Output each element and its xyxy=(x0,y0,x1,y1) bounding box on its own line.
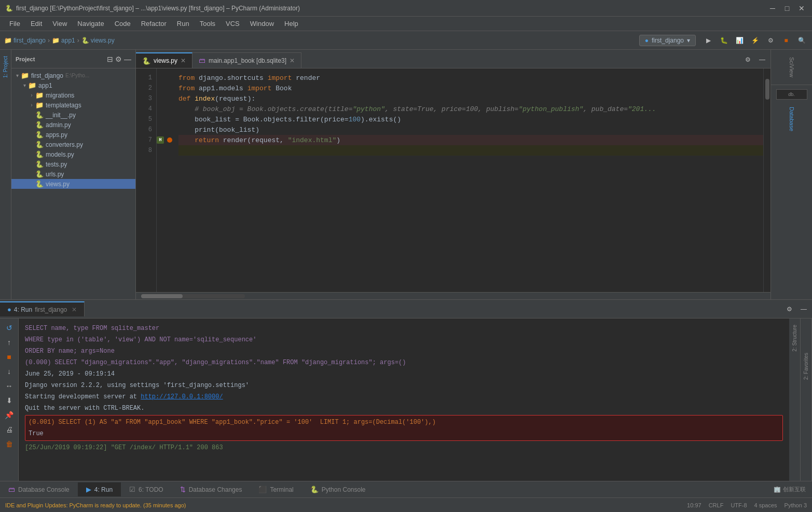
restart-run-button[interactable]: ↺ xyxy=(3,322,16,334)
tree-item-converters[interactable]: 🐍 converters.py xyxy=(11,140,135,149)
tree-item-apps[interactable]: 🐍 apps.py xyxy=(11,130,135,140)
tree-item-views[interactable]: 🐍 views.py xyxy=(11,179,135,189)
tab-db-sqlite[interactable]: 🗃 main.app1_book [db.sqlite3] ✕ xyxy=(192,52,301,68)
tree-item-app1[interactable]: ▾ 📁 app1 xyxy=(11,80,135,90)
menu-edit[interactable]: Edit xyxy=(25,18,47,30)
footer-tab-database-console[interactable]: 🗃 Database Console xyxy=(0,482,78,496)
py-file-icon: 🐍 xyxy=(81,37,89,44)
z-structure-tab[interactable]: 2: Structure xyxy=(790,321,799,356)
status-indent[interactable]: 4 spaces xyxy=(754,502,777,508)
footer-tab-run[interactable]: ▶ 4: Run xyxy=(78,482,121,496)
py-icon-models: 🐍 xyxy=(35,150,44,158)
tree-label-apps: apps.py xyxy=(46,131,67,139)
tab-close-views[interactable]: ✕ xyxy=(181,57,186,64)
sidebar-header: Project ⊟ ⚙ — xyxy=(11,50,135,68)
py-icon-urls: 🐍 xyxy=(35,170,44,178)
status-position[interactable]: 10:97 xyxy=(687,502,701,508)
server-link[interactable]: http://127.0.0.1:8000/ xyxy=(141,393,223,400)
wrap-output-button[interactable]: ↔ xyxy=(3,380,16,392)
project-tool-tab[interactable]: 1: Project xyxy=(1,52,10,82)
favorites-tab-2[interactable]: 2: Favorites xyxy=(802,350,810,383)
breadcrumb-folder[interactable]: 📁 app1 xyxy=(52,37,75,44)
menu-vcs[interactable]: VCS xyxy=(221,18,245,30)
run-tab-close[interactable]: ✕ xyxy=(72,306,77,313)
tree-item-tests[interactable]: 🐍 tests.py xyxy=(11,159,135,169)
database-tab[interactable]: Database xyxy=(787,102,797,136)
editor-scrollbar[interactable] xyxy=(763,68,770,292)
tree-item-root[interactable]: ▾ 📁 first_django E:\Pytho... xyxy=(11,71,135,80)
scroll-down-button[interactable]: ↓ xyxy=(3,365,16,378)
panel-minimize-icon[interactable]: — xyxy=(797,303,810,315)
footer-tab-todo[interactable]: ☑ 6: TODO xyxy=(121,482,172,496)
collapse-all-icon[interactable]: ⊟ xyxy=(107,55,113,63)
branding-icon: 🏢 xyxy=(774,486,781,493)
tree-item-init[interactable]: 🐍 __init__.py xyxy=(11,110,135,120)
menu-window[interactable]: Window xyxy=(245,18,279,30)
left-tool-strip: 1: Project xyxy=(0,50,11,299)
footer-tab-terminal[interactable]: ⬛ Terminal xyxy=(250,482,301,496)
panel-settings-icon[interactable]: ⚙ xyxy=(783,303,795,315)
console-line-8: Quit the server with CTRL-BREAK. xyxy=(25,403,783,414)
menu-file[interactable]: File xyxy=(4,18,25,30)
menu-navigate[interactable]: Navigate xyxy=(72,18,109,30)
tree-item-models[interactable]: 🐍 models.py xyxy=(11,149,135,159)
status-line-ending[interactable]: CRLF xyxy=(709,502,724,508)
editor-settings-icon[interactable]: ⚙ xyxy=(741,53,754,66)
footer-tab-label-terminal: Terminal xyxy=(270,486,293,493)
close-button[interactable]: ✕ xyxy=(796,3,807,13)
breadcrumb-file[interactable]: 🐍 views.py xyxy=(81,37,115,44)
code-editor[interactable]: 1 2 3 4 5 6 7 8 H xyxy=(136,68,770,292)
tab-close-db[interactable]: ✕ xyxy=(290,57,295,64)
line-numbers: 1 2 3 4 5 6 7 8 xyxy=(136,68,157,292)
editor-minimize-icon[interactable]: — xyxy=(756,53,768,66)
maximize-button[interactable]: □ xyxy=(782,3,792,13)
menu-tools[interactable]: Tools xyxy=(195,18,221,30)
console-line-7: Starting development server at http://12… xyxy=(25,391,783,403)
horizontal-scrollbar[interactable] xyxy=(136,292,770,299)
stop-run-button[interactable]: ■ xyxy=(3,351,16,363)
minimize-sidebar-icon[interactable]: — xyxy=(124,55,131,63)
settings-icon[interactable]: ⚙ xyxy=(115,55,122,63)
debug-button[interactable]: 🐛 xyxy=(718,34,730,47)
status-language[interactable]: Python 3 xyxy=(785,502,807,508)
menu-help[interactable]: Help xyxy=(279,18,304,30)
footer-tab-label-run: 4: Run xyxy=(94,486,113,493)
sciview-tab[interactable]: SciView xyxy=(787,52,797,82)
sort-output-button[interactable]: ⬇ xyxy=(3,394,16,407)
code-line-6: print(book_list) xyxy=(178,124,763,135)
tree-item-migrations[interactable]: › 📁 migrations xyxy=(11,90,135,100)
tab-views-py[interactable]: 🐍 views.py ✕ xyxy=(136,52,192,68)
minimize-button[interactable]: ─ xyxy=(767,3,778,13)
stop-button[interactable]: ■ xyxy=(780,34,792,47)
console-output[interactable]: SELECT name, type FROM sqlite_master WHE… xyxy=(19,319,789,481)
menu-code[interactable]: Code xyxy=(109,18,136,30)
clear-button[interactable]: 🗑 xyxy=(3,438,16,450)
footer-tab-python-console[interactable]: 🐍 Python Console xyxy=(302,482,374,496)
folder-icon-templatetags: 📁 xyxy=(35,101,44,109)
menu-view[interactable]: View xyxy=(47,18,72,30)
status-encoding[interactable]: UTF-8 xyxy=(731,502,747,508)
menu-run[interactable]: Run xyxy=(172,18,195,30)
settings-button[interactable]: ⚙ xyxy=(764,34,777,47)
pin-button[interactable]: 📌 xyxy=(3,409,16,421)
run-tab[interactable]: ● 4: Run first_django ✕ xyxy=(0,301,85,316)
console-line-6: Django version 2.2.2, using settings 'fi… xyxy=(25,380,783,391)
tree-item-urls[interactable]: 🐍 urls.py xyxy=(11,169,135,179)
db-mini-preview: db. xyxy=(776,89,807,100)
menu-refactor[interactable]: Refactor xyxy=(136,18,172,30)
tree-item-templatetags[interactable]: › 📁 templatetags xyxy=(11,100,135,110)
run-button[interactable]: ▶ xyxy=(702,34,714,47)
scroll-up-button[interactable]: ↑ xyxy=(3,336,16,349)
footer-tab-db-changes[interactable]: ⇅ Database Changes xyxy=(172,482,251,496)
breadcrumb-project[interactable]: 📁 first_django xyxy=(4,37,46,44)
folder-icon-app1: 📁 xyxy=(52,37,60,44)
tree-item-admin[interactable]: 🐍 admin.py xyxy=(11,120,135,130)
search-everywhere-button[interactable]: 🔍 xyxy=(795,34,808,47)
scrollbar-thumb[interactable] xyxy=(765,79,769,100)
h-scrollbar-thumb[interactable] xyxy=(141,294,183,298)
print-button[interactable]: 🖨 xyxy=(3,423,16,436)
run-config-selector[interactable]: ● first_django ▾ xyxy=(639,35,696,46)
code-content[interactable]: from django.shortcuts import render from… xyxy=(174,68,763,292)
coverage-button[interactable]: 📊 xyxy=(733,34,746,47)
profile-button[interactable]: ⚡ xyxy=(749,34,761,47)
